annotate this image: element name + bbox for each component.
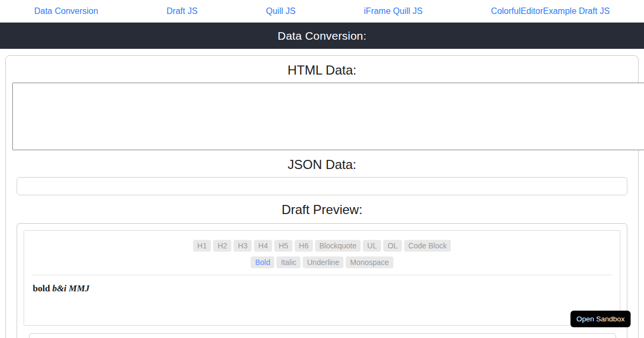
html-data-textarea[interactable] xyxy=(12,83,644,150)
toolbar-button-blockquote[interactable]: Blockquote xyxy=(315,240,361,252)
nav-link-quill-js[interactable]: Quill JS xyxy=(266,6,296,16)
toolbar-row-block-types: H1H2H3H4H5H6BlockquoteULOLCode Block xyxy=(24,240,620,252)
editor-text-segment: bold xyxy=(33,283,52,293)
toolbar-button-monospace[interactable]: Monospace xyxy=(346,256,393,268)
toolbar-button-underline[interactable]: Underline xyxy=(303,256,343,268)
secondary-preview-box[interactable] xyxy=(29,333,616,338)
toolbar-button-code-block[interactable]: Code Block xyxy=(404,240,451,252)
toolbar-button-h5[interactable]: H5 xyxy=(274,240,292,252)
editor-content[interactable]: bold b&i MMJ xyxy=(24,275,620,302)
json-data-heading: JSON Data: xyxy=(6,157,638,172)
toolbar-button-italic[interactable]: Italic xyxy=(276,256,301,268)
page-title: Data Conversion: xyxy=(277,30,366,42)
editor-text-segment: MMJ xyxy=(67,283,90,293)
header-bar: Data Conversion: xyxy=(0,23,644,49)
nav-link-data-conversion[interactable]: Data Conversion xyxy=(34,6,98,16)
open-sandbox-button[interactable]: Open Sandbox xyxy=(570,311,631,327)
toolbar-button-ul[interactable]: UL xyxy=(363,240,381,252)
draft-editor-box: H1H2H3H4H5H6BlockquoteULOLCode Block Bol… xyxy=(24,230,620,326)
html-data-heading: HTML Data: xyxy=(6,63,638,78)
toolbar-button-h3[interactable]: H3 xyxy=(233,240,252,252)
toolbar-row-inline-styles: BoldItalicUnderlineMonospace xyxy=(24,256,620,268)
toolbar-button-h6[interactable]: H6 xyxy=(295,240,313,252)
toolbar-button-h4[interactable]: H4 xyxy=(254,240,272,252)
nav-link-iframe-quill-js[interactable]: iFrame Quill JS xyxy=(364,6,422,16)
draft-preview-panel: H1H2H3H4H5H6BlockquoteULOLCode Block Bol… xyxy=(17,223,627,338)
toolbar-button-h1[interactable]: H1 xyxy=(193,240,211,252)
main-container: HTML Data: JSON Data: Draft Preview: H1H… xyxy=(5,55,639,338)
toolbar-button-ol[interactable]: OL xyxy=(383,240,402,252)
editor-text-segment: b&i xyxy=(52,283,66,293)
nav-link-draft-js[interactable]: Draft JS xyxy=(166,6,197,16)
toolbar-button-bold[interactable]: Bold xyxy=(251,256,274,268)
json-data-input[interactable] xyxy=(17,177,627,195)
toolbar-button-h2[interactable]: H2 xyxy=(213,240,231,252)
nav-link-colorfuleditorexample-draft-js[interactable]: ColorfulEditorExample Draft JS xyxy=(491,6,610,16)
draft-preview-heading: Draft Preview: xyxy=(6,202,638,217)
top-nav: Data ConversionDraft JSQuill JSiFrame Qu… xyxy=(0,0,644,23)
